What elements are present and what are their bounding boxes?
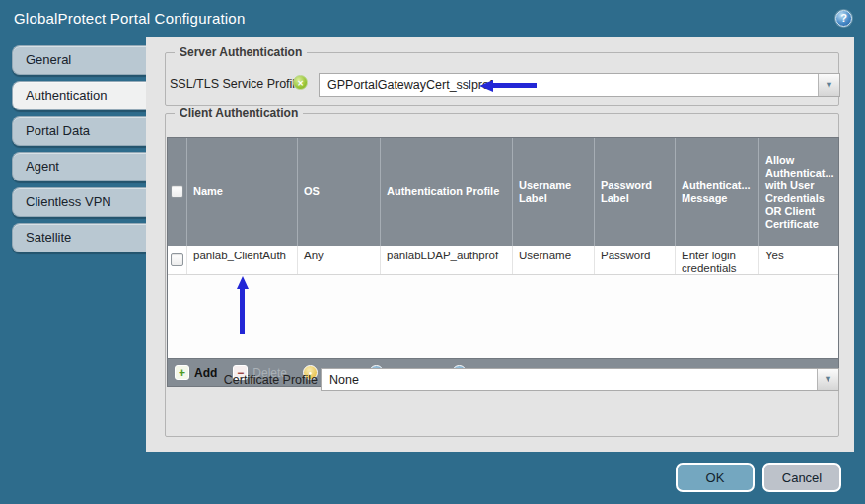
cancel-button[interactable]: Cancel [762, 463, 841, 492]
ssl-tls-profile-value: GPPortalGatewayCert_sslprof [320, 74, 818, 96]
dropdown-button[interactable]: ▼ [818, 74, 839, 96]
table-body: panlab_ClientAuth Any panlabLDAP_authpro… [168, 246, 838, 358]
row-cell-username-label: Username [513, 246, 595, 274]
table-header: Name OS Authentication Profile Username … [168, 138, 838, 246]
header-cell-name[interactable]: Name [187, 138, 298, 246]
dialog-titlebar: GlobalProtect Portal Configuration ? [0, 0, 865, 37]
select-all-checkbox[interactable] [171, 185, 183, 198]
server-auth-legend: Server Authentication [175, 45, 307, 59]
certificate-profile-dropdown[interactable]: None ▼ [321, 368, 839, 391]
header-cell-auth-message[interactable]: Authenticat... Message [676, 138, 759, 246]
globalprotect-portal-config-dialog: GlobalProtect Portal Configuration ? Gen… [0, 0, 865, 504]
content-panel: Server Authentication SSL/TLS Service Pr… [146, 37, 854, 452]
tab-general[interactable]: General [12, 45, 146, 75]
ok-button[interactable]: OK [676, 463, 755, 492]
header-cell-password-label[interactable]: Password Label [595, 138, 676, 246]
row-cell-name[interactable]: panlab_ClientAuth [187, 246, 298, 274]
tab-agent[interactable]: Agent [12, 152, 146, 181]
help-icon[interactable]: ? [835, 10, 852, 27]
client-auth-table: Name OS Authentication Profile Username … [167, 137, 839, 387]
tab-authentication[interactable]: Authentication [12, 81, 146, 110]
certificate-profile-label: Certificate Profile [170, 373, 318, 387]
row-checkbox[interactable] [171, 253, 183, 266]
dialog-title: GlobalProtect Portal Configuration [14, 0, 245, 37]
header-cell-auth-profile[interactable]: Authentication Profile [381, 138, 513, 246]
row-cell-allow-auth: Yes [759, 246, 838, 274]
arrow-tail [240, 289, 245, 334]
header-cell-allow-auth[interactable]: Allow Authenticat... with User Credentia… [759, 138, 838, 246]
tab-satellite[interactable]: Satellite [12, 223, 146, 252]
annotation-arrow-ssl-profile [479, 79, 539, 92]
arrow-head [237, 276, 249, 289]
chevron-down-icon: ▼ [825, 81, 833, 90]
tab-portal-data-collection[interactable]: Portal Data Collection [12, 116, 146, 146]
row-cell-auth-message: Enter login credentials [676, 246, 759, 274]
clear-selection-icon[interactable]: ✕ [293, 75, 308, 90]
table-row[interactable]: panlab_ClientAuth Any panlabLDAP_authpro… [168, 246, 838, 275]
annotation-arrow-client-auth-row [236, 276, 249, 335]
dropdown-button[interactable]: ▼ [817, 369, 838, 390]
row-cell-checkbox [168, 246, 187, 274]
ssl-tls-profile-dropdown[interactable]: GPPortalGatewayCert_sslprof ▼ [319, 73, 840, 97]
header-cell-checkbox [168, 138, 187, 246]
client-auth-legend: Client Authentication [175, 107, 303, 120]
row-cell-os: Any [298, 246, 381, 274]
chevron-down-icon: ▼ [824, 375, 832, 384]
header-cell-username-label[interactable]: Username Label [513, 138, 595, 246]
arrow-tail [493, 83, 537, 88]
row-cell-password-label: Password [595, 246, 676, 274]
row-cell-auth-profile: panlabLDAP_authprof [381, 246, 513, 274]
certificate-profile-value: None [322, 369, 817, 390]
arrow-head [479, 80, 493, 92]
ssl-tls-profile-label: SSL/TLS Service Profile [170, 77, 302, 91]
sidebar: General Authentication Portal Data Colle… [0, 37, 146, 452]
tab-clientless-vpn[interactable]: Clientless VPN [12, 187, 146, 217]
header-cell-os[interactable]: OS [298, 138, 381, 246]
